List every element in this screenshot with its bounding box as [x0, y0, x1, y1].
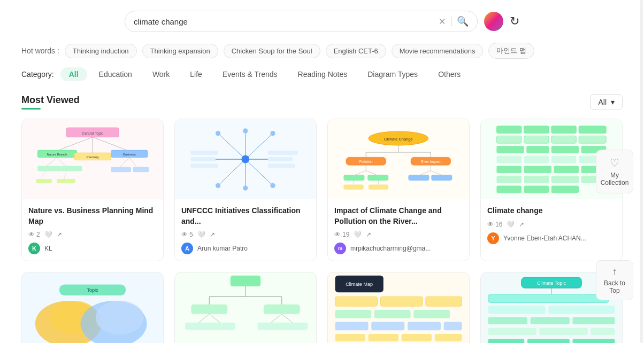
- svg-rect-81: [524, 155, 549, 163]
- svg-line-3: [93, 137, 129, 151]
- card-2-body: Impact of Climate Change and Pollution o…: [328, 199, 469, 261]
- card-2-share-icon[interactable]: ↗: [366, 231, 371, 238]
- svg-rect-145: [488, 328, 536, 336]
- svg-rect-93: [524, 185, 549, 193]
- svg-rect-127: [408, 322, 441, 331]
- hot-tag-3[interactable]: English CET-6: [326, 44, 386, 58]
- svg-rect-121: [426, 297, 462, 306]
- svg-line-24: [218, 133, 246, 159]
- category-all[interactable]: All: [60, 67, 87, 81]
- category-row: Category: All Education Work Life Events…: [21, 67, 623, 81]
- card-2[interactable]: Climate Change Pollution River Impact: [327, 119, 470, 261]
- card-2-meta: 👁 19 🤍 ↗: [334, 231, 463, 238]
- svg-rect-139: [488, 294, 609, 303]
- bottom-card-2[interactable]: Climate Map: [327, 272, 470, 343]
- svg-rect-92: [497, 185, 522, 193]
- svg-rect-144: [573, 317, 615, 325]
- card-2-thumbnail: Climate Change Pollution River Impact: [328, 119, 469, 199]
- svg-rect-112: [208, 323, 235, 330]
- category-diagram-types[interactable]: Diagram Types: [359, 67, 426, 81]
- hot-tag-5[interactable]: 마인드 맵: [488, 43, 534, 59]
- category-work[interactable]: Work: [144, 67, 178, 81]
- svg-text:Climate Map: Climate Map: [346, 282, 373, 287]
- category-events[interactable]: Events & Trends: [214, 67, 286, 81]
- card-0-avatar: K: [28, 243, 40, 254]
- card-1-body: UNFCCC Initiatives Classification and...…: [175, 199, 316, 261]
- chevron-down-icon: ▾: [611, 98, 615, 106]
- svg-rect-116: [280, 323, 308, 330]
- user-avatar[interactable]: [484, 12, 503, 31]
- svg-rect-124: [413, 310, 450, 318]
- bottom-card-0[interactable]: Topic: [21, 272, 164, 343]
- card-3-like-icon[interactable]: 🤍: [507, 221, 515, 228]
- my-collection-label: My Collection: [601, 172, 629, 186]
- svg-rect-132: [435, 334, 462, 341]
- svg-text:Planning: Planning: [87, 155, 99, 159]
- category-reading-notes[interactable]: Reading Notes: [289, 67, 356, 81]
- svg-rect-57: [344, 174, 365, 180]
- card-0-author: K KL: [28, 243, 157, 254]
- hot-tag-2[interactable]: Chicken Soup for the Soul: [224, 44, 320, 58]
- svg-rect-67: [369, 184, 388, 189]
- hot-words-row: Hot words : Thinking induction Thinking …: [21, 43, 623, 59]
- hot-tag-1[interactable]: Thinking expansion: [142, 44, 218, 58]
- svg-point-33: [271, 130, 275, 135]
- category-others[interactable]: Others: [430, 67, 469, 81]
- refresh-button[interactable]: ↻: [510, 14, 519, 28]
- search-button[interactable]: 🔍: [457, 15, 469, 27]
- filter-label: All: [598, 98, 607, 106]
- card-0-author-name: KL: [44, 245, 52, 252]
- svg-rect-142: [488, 317, 527, 325]
- scrollbar[interactable]: [640, 0, 643, 343]
- svg-line-114: [282, 314, 294, 324]
- card-1-title: UNFCCC Initiatives Classification and...: [181, 206, 310, 227]
- category-education[interactable]: Education: [90, 67, 141, 81]
- card-1[interactable]: UNFCCC Initiatives Classification and...…: [174, 119, 317, 261]
- eye-icon: 👁: [181, 231, 188, 238]
- bottom-card-1[interactable]: [174, 272, 317, 343]
- svg-rect-120: [380, 297, 423, 306]
- card-3-share-icon[interactable]: ↗: [519, 221, 524, 228]
- svg-text:Nature Branch: Nature Branch: [47, 153, 67, 156]
- svg-rect-20: [36, 179, 51, 183]
- search-bar-container: ✕ 🔍 ↻: [21, 11, 623, 32]
- svg-point-30: [242, 155, 250, 163]
- svg-rect-125: [335, 322, 369, 331]
- svg-rect-18: [133, 167, 149, 173]
- svg-rect-84: [497, 166, 522, 173]
- hot-tag-0[interactable]: Thinking induction: [65, 44, 137, 58]
- card-1-avatar: A: [181, 243, 193, 254]
- svg-rect-90: [551, 175, 579, 183]
- card-1-share-icon[interactable]: ↗: [210, 231, 215, 238]
- card-0[interactable]: Central Topic Nature Branch Business Pla…: [21, 119, 164, 261]
- svg-text:River Impact: River Impact: [421, 159, 441, 163]
- card-3-author-name: Yvonne Eben-Etah ACHAN...: [503, 235, 586, 242]
- category-label: Category:: [21, 70, 54, 79]
- card-0-like-icon[interactable]: 🤍: [44, 231, 52, 238]
- clear-search-button[interactable]: ✕: [439, 17, 446, 27]
- card-0-share-icon[interactable]: ↗: [57, 231, 62, 238]
- svg-rect-94: [551, 185, 579, 193]
- search-bar: ✕ 🔍: [125, 11, 478, 32]
- back-to-top-button[interactable]: ↑ Back to Top: [596, 260, 633, 300]
- search-input[interactable]: [134, 17, 439, 26]
- svg-line-109: [197, 314, 210, 324]
- card-2-like-icon[interactable]: 🤍: [354, 231, 362, 238]
- card-3-author: Y Yvonne Eben-Etah ACHAN...: [487, 232, 616, 244]
- card-1-like-icon[interactable]: 🤍: [197, 231, 205, 238]
- card-1-author-name: Arun kumar Patro: [197, 245, 248, 252]
- svg-rect-73: [524, 136, 549, 143]
- svg-rect-146: [539, 328, 587, 336]
- svg-rect-148: [488, 339, 525, 343]
- category-life[interactable]: Life: [181, 67, 211, 81]
- svg-rect-122: [335, 310, 372, 318]
- filter-dropdown[interactable]: All ▾: [590, 94, 623, 110]
- svg-line-113: [270, 314, 282, 324]
- my-collection-button[interactable]: ♡ My Collection: [596, 150, 633, 193]
- hot-tag-4[interactable]: Movie recommendations: [392, 44, 484, 58]
- svg-rect-85: [524, 166, 551, 173]
- most-viewed-title: Most Viewed: [21, 95, 80, 110]
- svg-line-12: [57, 158, 66, 167]
- svg-rect-130: [369, 334, 398, 341]
- back-to-top-label: Back to Top: [602, 279, 627, 294]
